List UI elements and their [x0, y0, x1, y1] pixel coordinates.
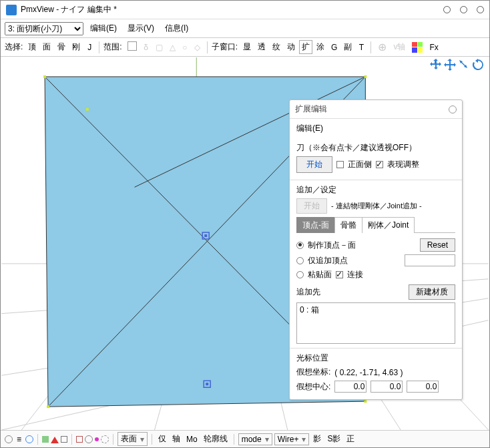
sb-green-square-icon[interactable] [42, 436, 49, 443]
rotate-gizmo-icon[interactable] [471, 58, 485, 71]
knife-start-button[interactable]: 开始 [296, 156, 332, 173]
opt-paste-label: 粘贴面 [308, 269, 332, 280]
sb-outline[interactable]: 轮廓线 [202, 433, 230, 445]
center-z-input[interactable] [407, 381, 439, 393]
adjust-checkbox[interactable] [376, 161, 383, 168]
menu-info[interactable]: 信息(I) [161, 21, 192, 35]
range-rect-icon[interactable]: ▢ [153, 41, 166, 53]
subwin-5[interactable]: 涂 [314, 40, 327, 54]
only-add-dropdown[interactable] [405, 254, 455, 266]
range-label: 范围: [103, 41, 121, 53]
wire-dropdown[interactable]: Wire+ [274, 433, 310, 445]
sel-rigid[interactable]: 刚 [69, 40, 83, 54]
panel-title: 扩展编辑 [295, 103, 327, 115]
app-icon [6, 5, 17, 15]
coord-value: ( 0.22, -1.71, 4.63 ) [334, 368, 403, 377]
dest-listbox[interactable]: 0 : 箱 [296, 302, 455, 344]
move-alt-gizmo-icon[interactable] [443, 58, 457, 71]
dest-item-0[interactable]: 0 : 箱 [300, 304, 452, 316]
front-side-checkbox[interactable] [336, 161, 344, 168]
subwin-2[interactable]: 纹 [270, 40, 283, 54]
center-y-input[interactable] [371, 381, 403, 393]
subwin-6[interactable]: G [328, 41, 340, 53]
svg-rect-15 [364, 75, 366, 78]
range-square-icon[interactable] [125, 40, 140, 54]
sel-bone[interactable]: 骨 [55, 40, 68, 54]
window-title: PmxView - ナイフ 編集中 * [21, 4, 117, 15]
toolbar: 选择: 顶 面 骨 刚 J 范围: δ ▢ △ ○ ◇ 子窗口: 显 透 纹 动… [1, 38, 489, 57]
sb-ring2-icon[interactable] [85, 435, 93, 443]
sb-axis[interactable]: 轴 [170, 433, 182, 445]
vaxis-button[interactable]: v轴 [391, 40, 408, 54]
color-grid-icon[interactable] [409, 41, 425, 54]
new-material-button[interactable]: 新建材质 [409, 284, 455, 300]
dest-label: 追加先 [296, 286, 320, 298]
sb-ring3-icon[interactable] [101, 435, 109, 443]
sb-ring-icon[interactable] [5, 435, 13, 443]
subwin-1[interactable]: 透 [255, 40, 268, 54]
minimize-button[interactable] [443, 6, 451, 13]
sb-only[interactable]: 仅 [156, 433, 168, 445]
center-label: 假想中心: [296, 381, 330, 393]
range-tri-icon[interactable]: △ [167, 41, 178, 53]
opt-make-radio[interactable] [296, 242, 304, 249]
opt-only-radio[interactable] [296, 257, 304, 264]
opt-paste-radio[interactable] [296, 271, 304, 278]
subwin-0[interactable]: 显 [240, 40, 254, 54]
linked-rigid-label: - 連結物理剛体／Joint追加 - [331, 201, 422, 211]
panel-close-icon[interactable] [449, 105, 457, 114]
sb-mo[interactable]: Mo [184, 434, 200, 445]
sb-sshadow[interactable]: S影 [325, 433, 342, 445]
center-x-input[interactable] [334, 381, 366, 393]
sb-brown-square-icon[interactable] [76, 436, 83, 443]
subwin-8[interactable]: T [356, 41, 366, 53]
cursor-label: 光标位置 [296, 353, 455, 364]
globe-icon[interactable]: ⊕ [375, 39, 389, 55]
mode-dropdown[interactable]: mode [238, 433, 272, 445]
maximize-button[interactable] [460, 6, 467, 13]
subwin-7[interactable]: 副 [341, 40, 354, 54]
reset-button[interactable]: Reset [420, 238, 455, 252]
range-delta-icon[interactable]: δ [141, 41, 152, 53]
tab-vertex-face[interactable]: 顶点-面 [296, 217, 335, 233]
sb-ortho[interactable]: 正 [344, 433, 356, 445]
sel-face[interactable]: 面 [40, 40, 53, 54]
add-tabs: 顶点-面 骨骼 刚体／Joint [296, 216, 455, 233]
tab-rigid-joint[interactable]: 刚体／Joint [362, 217, 415, 233]
sb-shadow[interactable]: 影 [311, 433, 323, 445]
range-circle-icon[interactable]: ○ [180, 41, 190, 53]
menu-view[interactable]: 显示(V) [124, 21, 158, 35]
add-section-label: 追加／设定 [296, 184, 455, 196]
sel-vertex[interactable]: 顶 [25, 40, 39, 54]
move-gizmo-icon[interactable] [429, 58, 443, 71]
sb-dot-icon[interactable] [95, 437, 99, 441]
subwin-3[interactable]: 动 [284, 40, 298, 54]
sb-blue-circle-icon[interactable] [25, 435, 33, 443]
panel-menu-edit[interactable]: 编辑(E) [296, 124, 323, 133]
sb-outline-square-icon[interactable] [61, 436, 67, 443]
mode-select[interactable]: 3: 面切断(小刀) [5, 22, 83, 35]
range-diamond-icon[interactable]: ◇ [192, 41, 203, 53]
close-button[interactable] [477, 6, 484, 13]
connect-checkbox[interactable] [336, 271, 343, 278]
adjust-label: 表现调整 [387, 159, 419, 170]
transform-gizmo-icons [429, 58, 485, 71]
sel-joint[interactable]: J [84, 41, 95, 53]
subwin-4[interactable]: 扩 [299, 40, 312, 54]
connect-label: 连接 [347, 269, 363, 280]
subwin-label: 子窗口: [212, 41, 238, 53]
tab-bone[interactable]: 骨骼 [334, 217, 362, 233]
surface-dropdown[interactable]: 表面 [117, 432, 148, 446]
dual-arrow-gizmo-icon[interactable] [457, 58, 471, 71]
svg-rect-20 [204, 234, 207, 237]
svg-rect-16 [364, 400, 366, 403]
menu-edit[interactable]: 编辑(E) [86, 21, 121, 35]
sb-bars-icon[interactable]: ≡ [15, 434, 23, 445]
panel-titlebar[interactable]: 扩展编辑 [290, 100, 462, 119]
fx-button[interactable]: Fx [427, 41, 441, 53]
svg-rect-18 [86, 108, 89, 111]
window-controls [443, 6, 484, 13]
svg-rect-22 [206, 383, 208, 385]
sb-red-triangle-icon[interactable] [51, 433, 59, 443]
add-start-button[interactable]: 开始 [296, 198, 327, 214]
